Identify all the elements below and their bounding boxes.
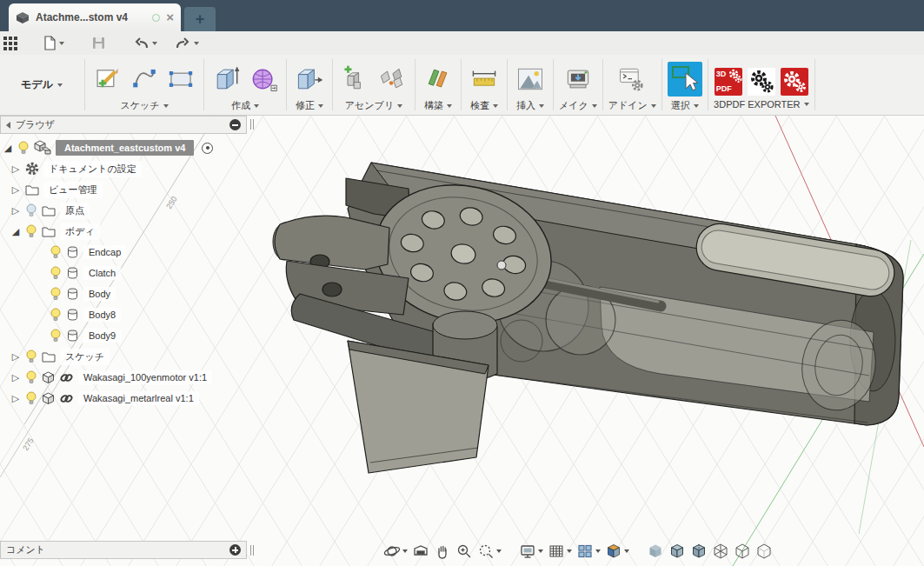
3d-print-icon[interactable] (561, 62, 595, 97)
expander-icon[interactable]: ◢ (10, 226, 21, 236)
tree-row-linked-component[interactable]: ▷ Wakasagi_metarlreal v1:1 (0, 388, 249, 409)
file-menu-button[interactable] (42, 34, 66, 52)
joint-icon[interactable] (375, 62, 409, 97)
tree-row-body[interactable]: Body (0, 283, 249, 304)
tree-row-bodies[interactable]: ◢ ボディ (0, 221, 249, 242)
undo-button[interactable] (131, 35, 159, 51)
workspace-selector[interactable]: モデル (0, 55, 83, 115)
ribbon-group-label[interactable]: アセンブリ (345, 99, 402, 112)
expander-icon[interactable]: ▷ (10, 351, 21, 362)
tree-item-label[interactable]: Wakasagi_metarlreal v1:1 (78, 391, 199, 405)
gears-red-icon[interactable] (780, 67, 809, 97)
press-pull-icon[interactable] (292, 62, 327, 97)
bulb-on-icon[interactable] (50, 266, 62, 280)
tree-row-origin[interactable]: ▷ 原点 (0, 200, 249, 221)
expander-icon[interactable]: ▷ (10, 163, 21, 174)
tree-item-label[interactable]: ドキュメントの設定 (43, 161, 142, 177)
bulb-off-icon[interactable] (25, 203, 37, 217)
wireframe-full-icon[interactable] (712, 543, 729, 560)
ribbon-group-label[interactable]: 修正 (296, 99, 323, 112)
gears-icon[interactable] (747, 67, 776, 97)
look-at-icon[interactable] (412, 543, 429, 560)
zoom-icon[interactable] (455, 543, 473, 560)
form-icon[interactable] (246, 62, 281, 97)
tree-item-label[interactable]: ボディ (60, 223, 100, 240)
measure-icon[interactable] (467, 62, 502, 97)
tree-row-body[interactable]: Body8 (0, 304, 249, 325)
ribbon-group-label[interactable]: 選択 (671, 99, 699, 112)
bulb-on-icon[interactable] (50, 287, 62, 301)
3dpdf-icon[interactable]: 3D PDF (714, 67, 743, 97)
rectangle-icon[interactable] (163, 62, 198, 97)
tree-row-sketches[interactable]: ▷ スケッチ (0, 346, 249, 367)
create-sketch-icon[interactable] (90, 62, 125, 97)
collapse-all-icon[interactable] (229, 119, 241, 130)
extrude-icon[interactable] (209, 62, 244, 97)
ribbon-group-label[interactable]: 構築 (424, 99, 452, 112)
tree-row-document-settings[interactable]: ▷ ドキュメントの設定 (0, 158, 249, 179)
activate-component-radio[interactable] (202, 143, 213, 154)
tab-close-icon[interactable]: × (166, 11, 174, 23)
tree-item-label[interactable]: Wakasagi_100yenmotor v1:1 (78, 370, 212, 384)
construction-plane-icon[interactable] (421, 62, 455, 97)
select-icon[interactable] (668, 62, 702, 97)
ribbon-group-label[interactable]: 作成 (231, 99, 259, 112)
shaded-edges-icon[interactable] (668, 543, 686, 560)
root-component-label[interactable]: Atachment_eastcustom v4 (56, 140, 194, 156)
spline-icon[interactable] (127, 62, 162, 97)
new-component-icon[interactable] (338, 62, 373, 97)
tree-item-label[interactable]: Endcap (83, 245, 126, 259)
expander-icon[interactable]: ▷ (10, 372, 21, 383)
tree-row-linked-component[interactable]: ▷ Wakasagi_100yenmotor v1:1 (0, 367, 249, 388)
insert-image-icon[interactable] (513, 62, 548, 97)
tree-row-view-management[interactable]: ▷ ビュー管理 (0, 179, 249, 200)
bulb-on-icon[interactable] (25, 224, 37, 238)
tree-row-body[interactable]: Endcap (0, 242, 249, 263)
add-comment-icon[interactable] (229, 544, 241, 556)
tree-item-label[interactable]: Body9 (83, 329, 121, 343)
document-tab[interactable]: Atachme...stom v4 × (9, 3, 181, 31)
viewports-icon[interactable] (576, 543, 601, 560)
tree-row-body[interactable]: Body9 (0, 325, 249, 346)
bulb-on-icon[interactable] (25, 391, 37, 405)
shaded-hidden-edges-icon[interactable] (690, 543, 708, 560)
view-cube-icon[interactable] (605, 543, 629, 560)
apps-grid-icon[interactable] (2, 35, 19, 52)
tree-item-label[interactable]: Clatch (83, 266, 121, 280)
orbit-icon[interactable] (383, 543, 408, 560)
tree-item-label[interactable]: 原点 (60, 203, 90, 219)
bulb-on-icon[interactable] (50, 308, 62, 322)
save-button[interactable] (90, 35, 107, 51)
bulb-on-icon[interactable] (17, 141, 30, 155)
collapse-panel-icon[interactable] (6, 122, 10, 129)
zoom-fit-icon[interactable] (477, 543, 502, 560)
ribbon-group-label[interactable]: 検査 (470, 99, 498, 112)
tree-item-label[interactable]: スケッチ (60, 349, 110, 365)
bulb-on-icon[interactable] (25, 370, 37, 384)
redo-button[interactable] (173, 35, 201, 51)
tree-item-label[interactable]: Body8 (83, 308, 121, 322)
panel-resize-grip[interactable] (250, 119, 256, 130)
bulb-on-icon[interactable] (50, 245, 62, 259)
expander-icon[interactable]: ▷ (10, 184, 21, 195)
ribbon-group-label[interactable]: スケッチ (120, 99, 168, 112)
scripts-addins-icon[interactable] (615, 62, 649, 97)
pan-icon[interactable] (434, 543, 451, 560)
tree-row-body[interactable]: Clatch (0, 263, 249, 283)
grid-settings-icon[interactable] (548, 543, 572, 560)
expander-icon[interactable]: ▷ (10, 393, 21, 403)
bulb-on-icon[interactable] (25, 350, 37, 363)
comments-panel-header[interactable]: コメント (0, 541, 247, 559)
tree-root-row[interactable]: ◢ Atachment_eastcustom v4 (0, 137, 249, 158)
tree-item-label[interactable]: ビュー管理 (43, 182, 103, 198)
browser-panel-header[interactable]: ブラウザ (0, 116, 247, 134)
shaded-icon[interactable] (647, 543, 664, 560)
expander-icon[interactable]: ◢ (3, 143, 13, 153)
ribbon-group-label[interactable]: 挿入 (516, 99, 544, 112)
display-settings-icon[interactable] (519, 543, 543, 560)
ribbon-group-label[interactable]: 3DPDF EXPORTER (714, 99, 808, 110)
panel-resize-grip[interactable] (250, 545, 256, 556)
new-tab-button[interactable]: + (184, 7, 216, 31)
ribbon-group-label[interactable]: アドイン (608, 99, 656, 112)
bulb-on-icon[interactable] (50, 329, 62, 343)
